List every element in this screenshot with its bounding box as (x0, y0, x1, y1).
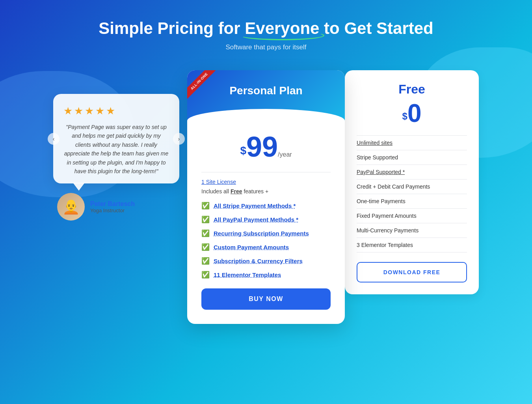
check-icon-6: ✅ (201, 271, 210, 279)
feature-label-5: Subscription & Currency Filters (214, 258, 303, 264)
free-feature-item: Unlimited sites (357, 135, 467, 150)
free-price-row: $0 (357, 101, 467, 126)
free-feature-item: One-time Payments (357, 194, 467, 209)
price-dollar: $ (240, 144, 246, 157)
feature-item: ✅ 11 Elementor Templates (201, 271, 331, 279)
check-icon-4: ✅ (201, 243, 210, 251)
main-title: Simple Pricing for Everyone to Get Start… (99, 19, 433, 38)
author-name: Peter Bartesch (90, 200, 135, 208)
feature-item: ✅ Subscription & Currency Filters (201, 257, 331, 265)
feature-item: ✅ All Stripe Payment Methods * (201, 202, 331, 210)
feature-item: ✅ Recurring Subscription Payments (201, 229, 331, 238)
free-price-amount: 0 (407, 99, 422, 127)
price-period: /year (278, 151, 292, 158)
feature-label-1: All Stripe Payment Methods * (214, 202, 296, 209)
testimonial-text: "Payment Page was super easy to set up a… (63, 123, 169, 176)
personal-plan-column: ALL-IN-ONE Personal Plan $99/year 1 Site… (187, 70, 345, 324)
all-in-one-badge: ALL-IN-ONE (187, 70, 223, 106)
free-feature-item: Multi-Currency Payments (357, 223, 467, 238)
free-plan-card: Free $0 Unlimited sites Stripe Supported… (345, 70, 479, 294)
title-part1: Simple Pricing for (99, 19, 245, 37)
free-feature-paypal: PayPal Supported * (357, 169, 405, 175)
content-row: ★ ★ ★ ★ ★ "Payment Page was super easy t… (24, 70, 508, 324)
feature-label-3: Recurring Subscription Payments (214, 230, 309, 237)
author-info: Peter Bartesch Yoga Instructor (90, 200, 135, 213)
star-5: ★ (106, 105, 115, 117)
check-icon-1: ✅ (201, 202, 210, 210)
plan-card-body: $99/year 1 Site License Includes all Fre… (187, 121, 345, 324)
testimonial-card: ★ ★ ★ ★ ★ "Payment Page was super easy t… (53, 94, 179, 183)
free-features-list: Unlimited sites Stripe Supported PayPal … (357, 135, 467, 252)
feature-item: ✅ Custom Payment Amounts (201, 243, 331, 251)
free-price-dollar: $ (402, 111, 407, 122)
price-amount: 99 (246, 131, 278, 163)
testimonial-column: ★ ★ ★ ★ ★ "Payment Page was super easy t… (53, 70, 187, 221)
prev-testimonial-button[interactable]: ‹ (48, 133, 60, 145)
free-feature-item: Credit + Debit Card Payments (357, 180, 467, 194)
free-feature-item: Stripe Supported (357, 150, 467, 165)
free-feature-item: 3 Elementor Templates (357, 238, 467, 252)
personal-plan-card: ALL-IN-ONE Personal Plan $99/year 1 Site… (187, 70, 345, 324)
star-rating: ★ ★ ★ ★ ★ (63, 105, 169, 117)
feature-label-4: Custom Payment Amounts (214, 244, 289, 251)
star-1: ★ (63, 105, 73, 117)
features-list: ✅ All Stripe Payment Methods * ✅ All Pay… (201, 202, 331, 279)
page-header: Simple Pricing for Everyone to Get Start… (24, 19, 508, 51)
feature-label-6: 11 Elementor Templates (214, 271, 281, 278)
free-plan-column: Free $0 Unlimited sites Stripe Supported… (345, 70, 479, 294)
check-icon-2: ✅ (201, 215, 210, 224)
avatar: 🧑‍🦲 (57, 193, 85, 221)
star-2: ★ (74, 105, 83, 117)
author-row: 🧑‍🦲 Peter Bartesch Yoga Instructor (57, 193, 179, 221)
includes-text: Includes all Free features + (201, 188, 331, 195)
feature-item: ✅ All PayPal Payment Methods * (201, 215, 331, 224)
free-feature-unlimited: Unlimited sites (357, 140, 392, 146)
includes-free: Free (231, 188, 242, 195)
download-free-button[interactable]: DOWNLOAD FREE (357, 262, 467, 282)
free-feature-item: Fixed Payment Amounts (357, 209, 467, 223)
title-everyone: Everyone (245, 19, 319, 38)
license-text: 1 Site License (201, 179, 331, 185)
check-icon-5: ✅ (201, 257, 210, 265)
title-part2: to Get Started (319, 19, 433, 37)
author-title: Yoga Instructor (90, 208, 135, 213)
free-plan-title: Free (357, 82, 467, 97)
badge-label: ALL-IN-ONE (187, 70, 217, 99)
check-icon-3: ✅ (201, 229, 210, 238)
includes-prefix: Includes all (201, 188, 231, 195)
feature-label-2: All PayPal Payment Methods * (214, 216, 298, 223)
includes-suffix: features + (242, 188, 269, 195)
buy-now-button[interactable]: BUY NOW (201, 288, 331, 310)
star-3: ★ (85, 105, 94, 117)
star-4: ★ (95, 105, 104, 117)
plan-card-header: ALL-IN-ONE Personal Plan (187, 70, 345, 121)
subtitle: Software that pays for itself (24, 43, 508, 51)
divider-1 (201, 172, 331, 172)
price-row: $99/year (201, 133, 331, 161)
free-feature-item: PayPal Supported * (357, 165, 467, 180)
next-testimonial-button[interactable]: › (173, 133, 185, 145)
